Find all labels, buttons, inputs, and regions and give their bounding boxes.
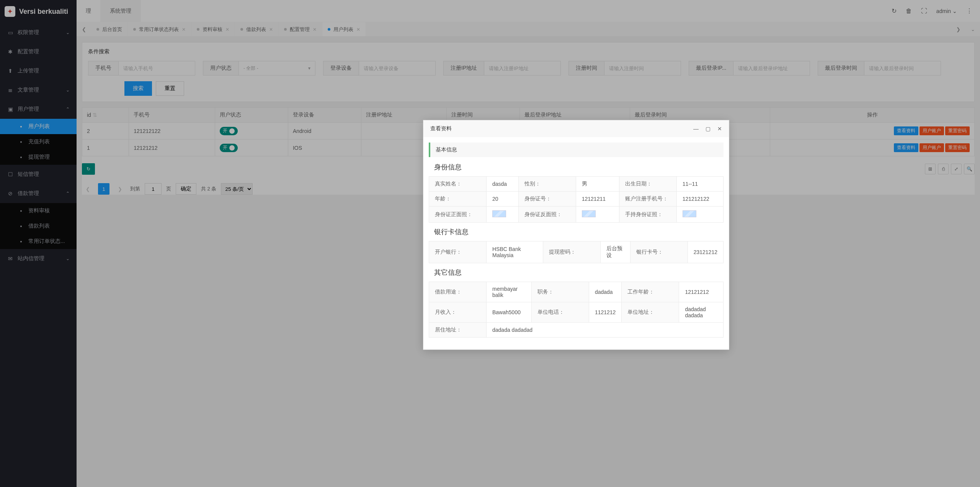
info-value: 男 (576, 177, 619, 192)
info-value: HSBC Bank Malaysia (487, 241, 543, 263)
info-row: 居住地址：dadada dadadad (429, 323, 724, 338)
info-label: 账户注册手机号： (619, 192, 676, 207)
info-label: 身份证号： (518, 192, 576, 207)
info-label: 开户银行： (429, 241, 487, 263)
info-label: 身份证反面照： (518, 207, 576, 223)
info-label: 工作年龄： (622, 282, 679, 302)
info-label: 居住地址： (429, 323, 487, 338)
info-value: Bawah5000 (487, 302, 532, 323)
info-label: 手持身份证照： (619, 207, 676, 223)
info-value (487, 207, 519, 223)
section-tab-basic[interactable]: 基本信息 (429, 143, 724, 157)
info-label: 提现密码： (543, 241, 600, 263)
dialog-titlebar[interactable]: 查看资料 — ▢ ✕ (423, 120, 729, 137)
info-value: dadadad dadada (679, 302, 724, 323)
other-title: 其它信息 (434, 268, 724, 277)
info-label: 身份证正面照： (429, 207, 487, 223)
info-row: 真实姓名：dasda性别：男出生日期：11--11 (429, 177, 724, 192)
other-table: 借款用途：membayar balik职务：dadada工作年龄：1212121… (429, 282, 724, 338)
info-label: 银行卡号： (630, 241, 688, 263)
info-value: 12121212 (679, 282, 724, 302)
thumbnail[interactable] (582, 210, 596, 217)
info-value: dasda (487, 177, 519, 192)
bank-title: 银行卡信息 (434, 227, 724, 236)
info-value: 20 (487, 192, 519, 207)
info-label: 单位地址： (622, 302, 679, 323)
info-row: 身份证正面照：身份证反面照：手持身份证照： (429, 207, 724, 223)
info-value: dadada dadadad (487, 323, 724, 338)
info-label: 出生日期： (619, 177, 676, 192)
info-value (676, 207, 723, 223)
info-value: 后台预设 (600, 241, 630, 263)
info-label: 性别： (518, 177, 576, 192)
info-value: 1121212 (589, 302, 622, 323)
info-value: 12121211 (576, 192, 619, 207)
dialog-body: 基本信息 身份信息 真实姓名：dasda性别：男出生日期：11--11年龄：20… (423, 137, 729, 348)
info-row: 开户银行：HSBC Bank Malaysia提现密码：后台预设银行卡号：231… (429, 241, 724, 263)
identity-table: 真实姓名：dasda性别：男出生日期：11--11年龄：20身份证号：12121… (429, 176, 724, 223)
identity-title: 身份信息 (434, 162, 724, 172)
thumbnail[interactable] (492, 210, 506, 217)
info-value: membayar balik (487, 282, 532, 302)
info-label: 职务： (531, 282, 589, 302)
bank-table: 开户银行：HSBC Bank Malaysia提现密码：后台预设银行卡号：231… (429, 241, 724, 263)
info-row: 年龄：20身份证号：12121211账户注册手机号：121212122 (429, 192, 724, 207)
info-value: 11--11 (676, 177, 723, 192)
info-label: 单位电话： (531, 302, 589, 323)
info-value: dadada (589, 282, 622, 302)
info-label: 月收入： (429, 302, 487, 323)
info-label: 借款用途： (429, 282, 487, 302)
info-value (576, 207, 619, 223)
dialog: 查看资料 — ▢ ✕ 基本信息 身份信息 真实姓名：dasda性别：男出生日期：… (423, 120, 729, 350)
dialog-title-text: 查看资料 (430, 125, 452, 132)
info-label: 年龄： (429, 192, 487, 207)
info-row: 月收入：Bawah5000单位电话：1121212单位地址：dadadad da… (429, 302, 724, 323)
dialog-close[interactable]: ✕ (717, 126, 722, 132)
thumbnail[interactable] (683, 210, 696, 217)
info-label: 真实姓名： (429, 177, 487, 192)
dialog-min[interactable]: — (693, 126, 699, 132)
dialog-max[interactable]: ▢ (706, 126, 710, 132)
info-value: 23121212 (688, 241, 723, 263)
info-row: 借款用途：membayar balik职务：dadada工作年龄：1212121… (429, 282, 724, 302)
info-value: 121212122 (676, 192, 723, 207)
